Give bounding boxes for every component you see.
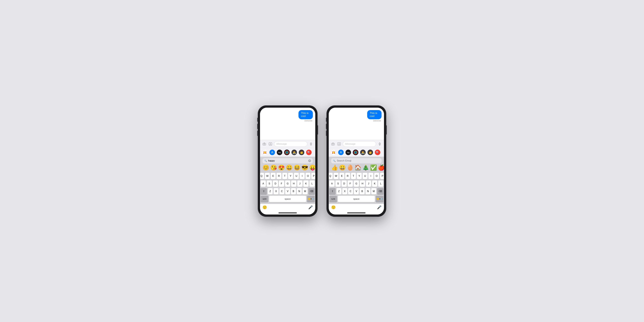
search-app-right[interactable]: 🔍 — [375, 150, 380, 155]
appstore-icon-left[interactable] — [268, 142, 273, 146]
emoji-result-4-left[interactable]: 😆 — [294, 165, 300, 170]
memoji2-app-left[interactable]: 🧑 — [299, 150, 304, 155]
key-U-left[interactable]: U — [294, 173, 299, 179]
emoji-result-3-right[interactable]: 🏠 — [354, 165, 362, 170]
key-T-left[interactable]: T — [282, 173, 287, 179]
key-R-left[interactable]: R — [276, 173, 282, 179]
key-V-right[interactable]: V — [354, 188, 359, 194]
message-input-left[interactable]: iMessage — [274, 141, 307, 147]
key-W-right[interactable]: W — [334, 173, 338, 179]
key-G-right[interactable]: G — [354, 180, 359, 187]
fitness-app-right[interactable] — [353, 150, 358, 155]
key-I-left[interactable]: I — [300, 173, 304, 179]
key-H-left[interactable]: H — [291, 180, 296, 187]
key-L-right[interactable]: L — [378, 180, 384, 187]
key-F-left[interactable]: F — [279, 180, 284, 187]
key-W-left[interactable]: W — [265, 173, 270, 179]
emoji-result-5-right[interactable]: ✅ — [370, 165, 377, 170]
key-D-left[interactable]: D — [273, 180, 278, 187]
key-H-right[interactable]: H — [360, 180, 365, 187]
key-O-left[interactable]: O — [306, 173, 310, 179]
key-X-right[interactable]: X — [342, 188, 347, 194]
power-button-right[interactable] — [386, 125, 387, 134]
delete-key-right[interactable]: ⌫ — [377, 188, 384, 194]
volume-down-left[interactable] — [257, 131, 258, 136]
photos-app-left[interactable] — [262, 150, 268, 155]
emoji-key-right[interactable]: 🙂☰ 🔣 — [376, 196, 384, 202]
key-Z-left[interactable]: Z — [268, 188, 273, 194]
emoji-result-2-right[interactable]: 🥚 — [347, 165, 354, 170]
delete-key-left[interactable]: ⌫ — [308, 188, 315, 194]
emoji-result-0-left[interactable]: 😊 — [262, 165, 269, 170]
shift-key-right[interactable]: ⇧ — [329, 188, 336, 194]
applepay-app-left[interactable]: Pay — [277, 150, 282, 155]
appstore-icon-right[interactable] — [337, 142, 342, 146]
message-input-right[interactable]: iMessage — [343, 141, 376, 147]
key-B-left[interactable]: B — [291, 188, 296, 194]
applepay-app-right[interactable]: Pay — [346, 150, 351, 155]
emoji-bottom-icon-left[interactable]: 🙂 — [262, 205, 267, 210]
key-M-left[interactable]: M — [302, 188, 308, 194]
mute-button-left[interactable] — [257, 118, 258, 122]
emoji-result-0-right[interactable]: 👍 — [331, 165, 338, 170]
key-A-left[interactable]: A — [260, 180, 266, 187]
appstore-app-left[interactable]: A — [270, 150, 275, 155]
key-P-right[interactable]: P — [380, 173, 384, 179]
key-U-right[interactable]: U — [362, 173, 368, 179]
key-P-left[interactable]: P — [311, 173, 315, 179]
fitness-app-left[interactable] — [284, 150, 290, 155]
key-C-right[interactable]: C — [348, 188, 353, 194]
key-X-left[interactable]: X — [274, 188, 278, 194]
emoji-bottom-icon-right[interactable]: 🙂 — [331, 205, 336, 210]
volume-up-left[interactable] — [257, 124, 258, 129]
emoji-result-5-left[interactable]: 😎 — [302, 165, 308, 170]
key-J-left[interactable]: J — [297, 180, 302, 187]
mic-bottom-icon-left[interactable]: 🎤 — [308, 205, 313, 210]
emoji-result-4-right[interactable]: 🎄 — [362, 165, 369, 170]
key-J-right[interactable]: J — [366, 180, 371, 187]
audio-icon-right[interactable] — [377, 142, 382, 146]
clear-search-left[interactable]: ✕ — [308, 160, 311, 162]
key-D-right[interactable]: D — [342, 180, 347, 187]
key-N-right[interactable]: N — [366, 188, 370, 194]
key-Z-right[interactable]: Z — [336, 188, 342, 194]
numbers-key-left[interactable]: 123 — [260, 196, 268, 202]
memoji2-app-right[interactable]: 🧑 — [368, 150, 373, 155]
key-B-right[interactable]: B — [360, 188, 364, 194]
camera-icon-left[interactable] — [262, 142, 267, 146]
key-I-right[interactable]: I — [368, 173, 373, 179]
key-K-right[interactable]: K — [372, 180, 377, 187]
space-key-left[interactable]: space — [269, 196, 306, 202]
key-R-right[interactable]: R — [345, 173, 350, 179]
emoji-result-3-left[interactable]: 😀 — [286, 165, 293, 170]
key-V-left[interactable]: V — [285, 188, 290, 194]
emoji-result-6-right[interactable]: 🍎 — [378, 165, 384, 170]
mic-bottom-icon-right[interactable]: 🎤 — [377, 205, 382, 210]
emoji-search-input-left[interactable] — [268, 160, 307, 162]
power-button-left[interactable] — [318, 125, 318, 134]
key-Q-right[interactable]: Q — [329, 173, 333, 179]
key-E-right[interactable]: E — [340, 173, 344, 179]
emoji-result-1-left[interactable]: 😘 — [270, 165, 277, 170]
volume-up-right[interactable] — [326, 124, 326, 129]
audio-icon-left[interactable] — [308, 142, 314, 146]
key-Q-left[interactable]: Q — [260, 173, 264, 179]
key-Y-left[interactable]: Y — [288, 173, 293, 179]
camera-icon-right[interactable] — [330, 142, 336, 146]
emoji-key-left[interactable]: 🙂☰ 🔣 — [307, 196, 315, 202]
key-O-right[interactable]: O — [374, 173, 379, 179]
key-A-right[interactable]: A — [329, 180, 334, 187]
emoji-result-1-right[interactable]: 😀 — [339, 165, 346, 170]
memoji-app-left[interactable]: 🧑‍🎨 — [292, 150, 297, 155]
emoji-result-2-left[interactable]: 😍 — [278, 165, 285, 170]
key-C-left[interactable]: C — [280, 188, 284, 194]
key-F-right[interactable]: F — [348, 180, 353, 187]
key-S-right[interactable]: S — [336, 180, 341, 187]
photos-app-right[interactable] — [331, 150, 336, 155]
numbers-key-right[interactable]: 123 — [329, 196, 337, 202]
volume-down-right[interactable] — [326, 131, 326, 136]
memoji-app-right[interactable]: 🧑‍🎨 — [360, 150, 366, 155]
emoji-search-input-right[interactable] — [337, 160, 380, 162]
key-N-left[interactable]: N — [297, 188, 302, 194]
search-app-left[interactable]: 🔍 — [306, 150, 312, 155]
